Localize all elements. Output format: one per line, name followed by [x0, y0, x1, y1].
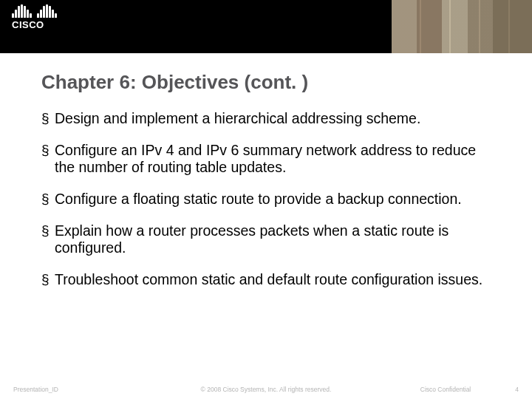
- header-black-area: CISCO: [0, 0, 392, 53]
- footer-copyright: © 2008 Cisco Systems, Inc. All rights re…: [201, 386, 332, 393]
- footer-confidential: Cisco Confidential: [420, 386, 471, 393]
- list-item: Troubleshoot common static and default r…: [41, 271, 491, 288]
- slide: CISCO Chapter 6: Objectives (cont. ) Des…: [0, 0, 532, 399]
- cisco-logo: CISCO: [12, 4, 57, 30]
- list-item: Design and implement a hierarchical addr…: [41, 110, 491, 127]
- header-photo-strip: [392, 0, 532, 53]
- slide-content: Chapter 6: Objectives (cont. ) Design an…: [0, 53, 532, 399]
- list-item: Configure an IPv 4 and IPv 6 summary net…: [41, 142, 491, 176]
- list-item: Configure a floating static route to pro…: [41, 191, 491, 208]
- footer-presentation-id: Presentation_ID: [13, 386, 58, 393]
- slide-footer: Presentation_ID © 2008 Cisco Systems, In…: [0, 386, 532, 393]
- list-item: Explain how a router processes packets w…: [41, 222, 491, 256]
- objectives-list: Design and implement a hierarchical addr…: [41, 110, 491, 288]
- cisco-logo-bars: [12, 4, 57, 18]
- footer-page-number: 4: [515, 386, 519, 393]
- cisco-logo-text: CISCO: [12, 19, 44, 30]
- slide-title: Chapter 6: Objectives (cont. ): [41, 71, 491, 94]
- header-bar: CISCO: [0, 0, 532, 53]
